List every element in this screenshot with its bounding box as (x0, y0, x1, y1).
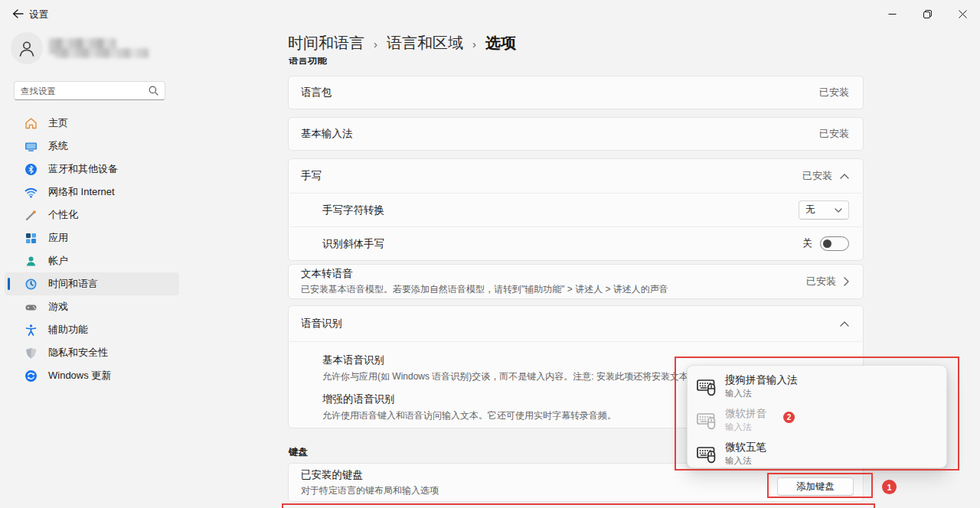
titlebar: 设置 (0, 0, 980, 28)
ime-keyboard-icon (697, 411, 717, 430)
restore-button[interactable] (910, 0, 945, 28)
accounts-icon (24, 255, 38, 268)
handwriting-status: 已安装 (802, 169, 832, 183)
sidebar-nav: 主页 系统 蓝牙和其他设备 网络和 Internet 个性化 应用 帐户 时间和… (5, 112, 179, 387)
restore-icon (923, 10, 932, 18)
sidebar-item-apps[interactable]: 应用 (5, 226, 179, 249)
annotation-badge-1: 1 (882, 480, 897, 494)
tts-desc: 已安装基本语音模型。若要添加自然语音模型，请转到"辅助功能" > 讲述人 > 讲… (301, 283, 668, 296)
network-icon (24, 186, 38, 199)
user-icon (17, 38, 37, 58)
menu-item-microsoft-pinyin[interactable]: 微软拼音 输入法 (697, 403, 946, 437)
handwriting-title: 手写 (301, 169, 322, 183)
menu-item-title: 微软拼音 (725, 407, 766, 421)
home-icon (24, 117, 38, 130)
handwriting-conversion-value: 无 (805, 204, 835, 217)
toggle-knob (823, 239, 831, 248)
back-button[interactable] (8, 6, 28, 21)
close-icon (959, 10, 967, 18)
breadcrumb-language-region[interactable]: 语言和区域 (387, 33, 463, 54)
settings-search[interactable] (14, 81, 165, 100)
app-title: 设置 (29, 8, 48, 21)
chevron-right-icon (844, 277, 849, 286)
italic-handwriting-title: 识别斜体手写 (322, 237, 384, 251)
add-keyboard-button[interactable]: 添加键盘 (777, 477, 854, 496)
handwriting-conversion-title: 手写字符转换 (322, 204, 384, 217)
tts-title: 文本转语音 (301, 267, 668, 281)
apps-icon (24, 232, 38, 245)
accessibility-icon (24, 324, 38, 337)
text-to-speech-row[interactable]: 文本转语音 已安装基本语音模型。若要添加自然语音模型，请转到"辅助功能" > 讲… (288, 264, 864, 299)
basic-speech-desc: 允许你与应用(如 Windows 语音识别)交谈，而不是键入内容。注意: 安装此… (322, 370, 688, 383)
ime-keyboard-icon (697, 444, 717, 464)
italic-handwriting-toggle[interactable] (820, 236, 849, 251)
basic-speech-block: 基本语音识别 允许你与应用(如 Windows 语音识别)交谈，而不是键入内容。… (322, 353, 688, 383)
installed-keyboards-title: 已安装的键盘 (301, 468, 439, 482)
sidebar-item-gaming[interactable]: 游戏 (5, 295, 179, 318)
user-email-redacted (55, 48, 149, 58)
section-language-features: 语言功能 (289, 57, 327, 67)
menu-item-title: 微软五笔 (725, 441, 766, 454)
menu-item-sogou-pinyin[interactable]: 搜狗拼音输入法 输入法 (697, 370, 946, 403)
menu-item-subtitle: 输入法 (725, 422, 766, 433)
sidebar-item-privacy[interactable]: 隐私和安全性 (5, 341, 179, 364)
privacy-shield-icon (24, 347, 38, 360)
breadcrumb-time-language[interactable]: 时间和语言 (288, 33, 364, 54)
language-pack-status: 已安装 (819, 86, 849, 99)
sidebar-item-personalization[interactable]: 个性化 (5, 204, 179, 226)
handwriting-card: 手写 已安装 手写字符转换 无 识别斜体手写 关 (288, 158, 864, 261)
tts-status: 已安装 (806, 275, 836, 288)
menu-item-title: 搜狗拼音输入法 (725, 373, 798, 387)
handwriting-conversion-select[interactable]: 无 (799, 200, 849, 220)
sidebar-item-time-language[interactable]: 时间和语言 (5, 272, 179, 295)
handwriting-conversion-row: 手写字符转换 无 (289, 194, 863, 226)
system-icon (24, 140, 38, 153)
basic-typing-status: 已安装 (819, 127, 849, 141)
installed-keyboards-desc: 对于特定语言的键布局和输入选项 (301, 484, 439, 497)
page-title: 选项 (485, 33, 516, 54)
sidebar-item-system[interactable]: 系统 (5, 135, 179, 158)
breadcrumb-separator: › (472, 36, 476, 50)
breadcrumb: 时间和语言 › 语言和区域 › 选项 (288, 33, 516, 54)
chevron-down-icon (835, 208, 842, 213)
speech-recognition-header-row[interactable]: 语音识别 (289, 306, 863, 341)
sidebar-item-home[interactable]: 主页 (5, 112, 179, 135)
ime-keyboard-icon (697, 377, 717, 396)
basic-typing-title: 基本输入法 (301, 127, 353, 141)
close-button[interactable] (945, 0, 980, 28)
minimize-icon (888, 10, 897, 18)
chevron-up-icon[interactable] (840, 174, 849, 179)
chevron-up-icon[interactable] (840, 321, 849, 327)
menu-item-microsoft-wubi[interactable]: 微软五笔 输入法 (697, 437, 946, 468)
windows-update-icon (24, 370, 38, 383)
sidebar-item-network[interactable]: 网络和 Internet (5, 181, 179, 204)
avatar[interactable] (11, 32, 43, 64)
personalization-icon (24, 209, 38, 222)
speech-recognition-title: 语音识别 (301, 317, 342, 331)
italic-handwriting-row: 识别斜体手写 关 (289, 227, 863, 260)
search-icon (149, 86, 158, 96)
menu-item-subtitle: 输入法 (725, 388, 798, 399)
language-pack-row[interactable]: 语言包 已安装 (288, 76, 864, 109)
gaming-icon (24, 301, 38, 314)
toggle-state-label: 关 (803, 237, 813, 250)
sidebar-item-windows-update[interactable]: Windows 更新 (5, 364, 179, 387)
annotation-badge-2: 2 (783, 412, 795, 423)
bluetooth-icon (24, 163, 38, 176)
sidebar-item-accessibility[interactable]: 辅助功能 (5, 318, 179, 341)
annotation-rect-bottom (282, 503, 875, 508)
basic-speech-title: 基本语音识别 (322, 353, 688, 367)
keyboard-popup-menu: 搜狗拼音输入法 输入法 微软拼音 输入法 微软五笔 输入法 (687, 365, 947, 468)
sidebar-item-bluetooth[interactable]: 蓝牙和其他设备 (5, 158, 179, 181)
menu-item-subtitle: 输入法 (725, 455, 766, 467)
search-input[interactable] (21, 86, 149, 96)
minimize-button[interactable] (874, 0, 910, 28)
sidebar-item-accounts[interactable]: 帐户 (5, 249, 179, 272)
time-language-icon (24, 278, 38, 291)
section-keyboard: 键盘 (289, 446, 308, 459)
language-pack-title: 语言包 (301, 86, 332, 99)
handwriting-header-row[interactable]: 手写 已安装 (289, 159, 863, 193)
basic-typing-row[interactable]: 基本输入法 已安装 (288, 117, 864, 151)
breadcrumb-separator: › (374, 36, 377, 50)
back-arrow-icon (13, 10, 23, 18)
